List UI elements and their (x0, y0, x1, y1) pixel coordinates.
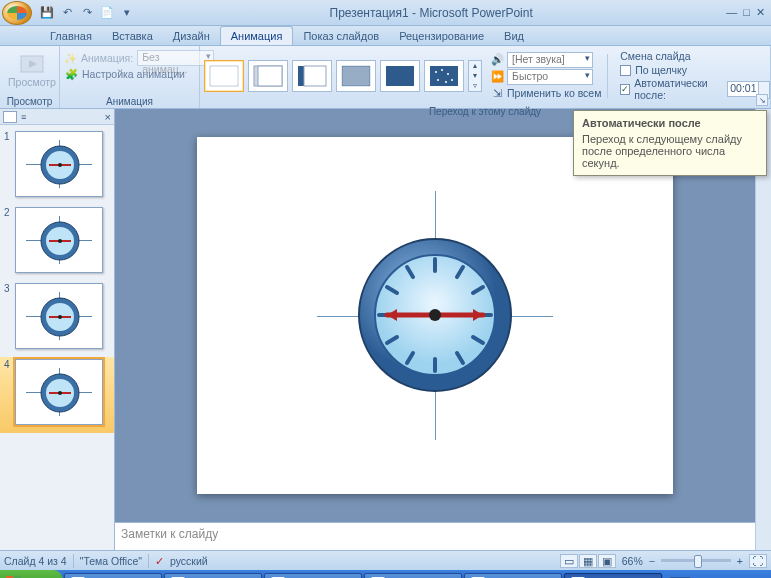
animation-label: Анимация: (81, 52, 133, 64)
spellcheck-icon[interactable]: ✓ (155, 555, 164, 567)
thumb-number: 2 (4, 207, 12, 218)
apply-all-icon: ⇲ (490, 86, 504, 100)
auto-after-checkbox[interactable]: ✓ (620, 84, 630, 95)
gallery-down[interactable]: ▾ (469, 71, 481, 81)
office-button[interactable] (2, 1, 32, 25)
custom-animation-icon: 🧩 (64, 67, 78, 81)
qat-more-icon[interactable]: ▾ (118, 4, 136, 22)
tooltip-body: Переход к следующему слайду после опреде… (582, 133, 758, 169)
minimize-button[interactable]: — (726, 6, 737, 19)
speed-icon: ⏩ (490, 70, 504, 84)
close-pane-icon[interactable]: × (105, 111, 111, 123)
svg-point-26 (58, 239, 62, 243)
svg-point-15 (451, 79, 453, 81)
svg-rect-9 (386, 66, 414, 86)
advance-header: Смена слайда (620, 50, 760, 62)
taskbar-item-1[interactable]: [Клякс@.net]... (164, 573, 262, 578)
sound-combo[interactable]: [Нет звука] (507, 52, 593, 68)
tab-view[interactable]: Вид (494, 27, 534, 45)
apply-all-label: Применить ко всем (507, 87, 601, 99)
gallery-up[interactable]: ▴ (469, 61, 481, 71)
preview-label: Просмотр (8, 76, 56, 88)
zoom-slider[interactable] (661, 559, 731, 562)
maximize-button[interactable]: □ (743, 6, 750, 19)
transition-push[interactable] (380, 60, 420, 92)
auto-after-label: Автоматически после: (634, 77, 723, 101)
group-preview-label: Просмотр (0, 95, 59, 108)
clock-image (357, 237, 513, 393)
transition-gallery[interactable]: ▴ ▾ ▿ (204, 60, 482, 92)
close-button[interactable]: ✕ (756, 6, 765, 19)
redo-icon[interactable]: ↷ (78, 4, 96, 22)
status-lang[interactable]: русский (170, 555, 208, 567)
animation-combo-row: ✨ Анимация: Без анимац... (64, 50, 214, 66)
start-button[interactable]: пуск (0, 570, 63, 578)
zoom-out[interactable]: − (649, 555, 655, 567)
svg-rect-6 (304, 66, 326, 86)
svg-point-13 (447, 73, 449, 75)
transition-none[interactable] (204, 60, 244, 92)
thumb-1[interactable]: 1 (0, 129, 114, 205)
svg-rect-8 (342, 66, 370, 86)
taskbar-item-3[interactable]: 2 Microsoft ... (364, 573, 462, 578)
slides-tab-icon[interactable]: ≡ (21, 112, 26, 122)
svg-rect-4 (258, 66, 282, 86)
tab-home[interactable]: Главная (40, 27, 102, 45)
zoom-in[interactable]: + (737, 555, 743, 567)
slide-canvas[interactable] (197, 137, 673, 494)
taskbar-item-4[interactable]: 32 Применени... (464, 573, 562, 578)
tab-slideshow[interactable]: Показ слайдов (293, 27, 389, 45)
undo-icon[interactable]: ↶ (58, 4, 76, 22)
transition-fade[interactable] (248, 60, 288, 92)
on-click-label: По щелчку (635, 64, 687, 76)
svg-point-21 (58, 163, 62, 167)
on-click-checkbox[interactable] (620, 65, 631, 76)
tab-insert[interactable]: Вставка (102, 27, 163, 45)
status-theme: "Тема Office" (80, 555, 142, 567)
view-normal[interactable]: ▭ (560, 554, 578, 568)
transition-wipe[interactable] (336, 60, 376, 92)
gallery-more[interactable]: ▿ (469, 81, 481, 91)
view-sorter[interactable]: ▦ (579, 554, 597, 568)
save-icon[interactable]: 💾 (38, 4, 56, 22)
print-icon[interactable]: 📄 (98, 4, 116, 22)
notes-pane[interactable]: Заметки к слайду (115, 522, 755, 550)
svg-point-12 (441, 69, 443, 71)
custom-animation-button[interactable]: 🧩 Настройка анимации (64, 67, 214, 81)
thumb-number: 3 (4, 283, 12, 294)
thumb-preview (15, 283, 103, 349)
transition-cut[interactable] (292, 60, 332, 92)
fit-window[interactable]: ⛶ (749, 554, 767, 568)
thumb-preview (15, 359, 103, 425)
zoom-value[interactable]: 66% (622, 555, 643, 567)
tab-review[interactable]: Рецензирование (389, 27, 494, 45)
transition-launcher[interactable]: ↘ (756, 94, 768, 106)
svg-point-36 (58, 391, 62, 395)
window-title: Презентация1 - Microsoft PowerPoint (136, 6, 726, 20)
outline-tab-icon[interactable] (3, 111, 17, 123)
thumb-preview (15, 207, 103, 273)
taskbar-item-5[interactable]: Презентация1 (564, 573, 662, 578)
taskbar-item-0[interactable]: План урока п... (64, 573, 162, 578)
thumb-4[interactable]: 4 (0, 357, 114, 433)
svg-rect-10 (430, 66, 458, 86)
tooltip: Автоматически после Переход к следующему… (573, 110, 767, 176)
tooltip-title: Автоматически после (582, 117, 758, 129)
thumb-number: 4 (4, 359, 12, 370)
thumb-3[interactable]: 3 (0, 281, 114, 357)
view-slideshow[interactable]: ▣ (598, 554, 616, 568)
svg-rect-2 (210, 66, 238, 86)
apply-all-button[interactable]: ⇲ Применить ко всем (490, 86, 601, 100)
preview-icon (19, 54, 45, 76)
group-animation-label: Анимация (60, 95, 199, 108)
taskbar-item-2[interactable]: КМ-Школа - о... (264, 573, 362, 578)
transition-dissolve[interactable] (424, 60, 464, 92)
svg-point-16 (445, 81, 447, 83)
sound-icon: 🔊 (490, 53, 504, 67)
svg-point-31 (58, 315, 62, 319)
tab-animation[interactable]: Анимация (220, 26, 294, 45)
thumb-preview (15, 131, 103, 197)
thumb-2[interactable]: 2 (0, 205, 114, 281)
tab-design[interactable]: Дизайн (163, 27, 220, 45)
speed-combo[interactable]: Быстро (507, 69, 593, 85)
